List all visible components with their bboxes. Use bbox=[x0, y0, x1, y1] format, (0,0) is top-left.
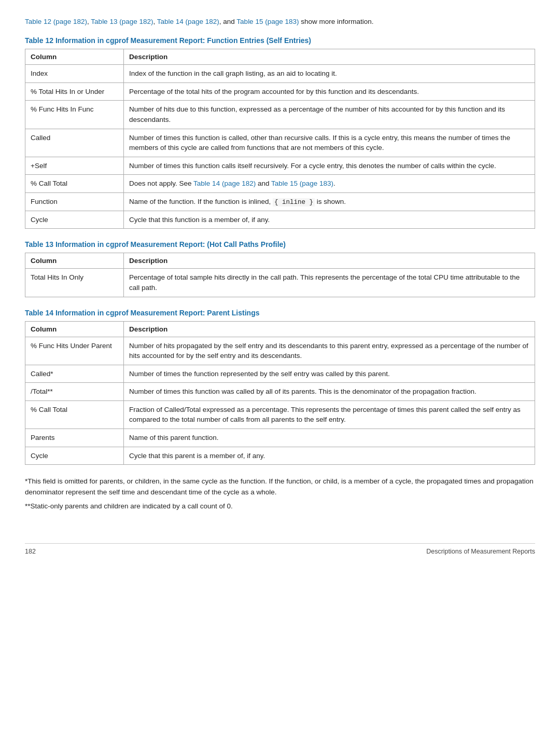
table14-row4-column: % Call Total bbox=[25, 400, 124, 429]
table12-row1-column: Index bbox=[25, 65, 124, 83]
table12-col-header-column: Column bbox=[25, 49, 124, 65]
table-row: % Func Hits In Func Number of hits due t… bbox=[25, 101, 535, 129]
table13-section: Table 13 Information in cgprof Measureme… bbox=[25, 240, 535, 297]
table14-row2-description: Number of times the function represented… bbox=[124, 365, 535, 383]
table14-row5-description: Name of this parent function. bbox=[124, 429, 535, 447]
table12-row3-column: % Func Hits In Func bbox=[25, 101, 124, 129]
table12-row6-column: % Call Total bbox=[25, 175, 124, 193]
table12-row3-description: Number of hits due to this function, exp… bbox=[124, 101, 535, 129]
footer-page-number: 182 bbox=[25, 548, 36, 555]
table12-row4-column: Called bbox=[25, 129, 124, 157]
table14-row1-description: Number of hits propagated by the self en… bbox=[124, 337, 535, 365]
footnote2: **Static-only parents and children are i… bbox=[25, 501, 535, 512]
table12-row4-description: Number of times this function is called,… bbox=[124, 129, 535, 157]
table12-row8-description: Cycle that this function is a member of,… bbox=[124, 211, 535, 229]
table14-row1-column: % Func Hits Under Parent bbox=[25, 337, 124, 365]
table-row: % Total Hits In or Under Percentage of t… bbox=[25, 82, 535, 101]
inline-code: { inline } bbox=[273, 198, 315, 206]
link-table13[interactable]: Table 13 (page 182) bbox=[91, 18, 153, 25]
table-row: Cycle Cycle that this parent is a member… bbox=[25, 447, 535, 465]
table12-row5-description: Number of times this function calls itse… bbox=[124, 157, 535, 175]
table-row: Index Index of the function in the call … bbox=[25, 65, 535, 83]
table12-row7-column: Function bbox=[25, 192, 124, 211]
table14-section: Table 14 Information in cgprof Measureme… bbox=[25, 309, 535, 465]
footnote1: *This field is omitted for parents, or c… bbox=[25, 476, 535, 498]
link-table14[interactable]: Table 14 (page 182) bbox=[157, 18, 219, 25]
link-table15[interactable]: Table 15 (page 183) bbox=[236, 18, 299, 25]
link-table15-inline[interactable]: Table 15 (page 183) bbox=[271, 179, 333, 187]
table12-row2-description: Percentage of the total hits of the prog… bbox=[124, 82, 535, 101]
table-row: +Self Number of times this function call… bbox=[25, 157, 535, 175]
table13-row1-description: Percentage of total sample hits directly… bbox=[124, 269, 535, 297]
table14-row6-column: Cycle bbox=[25, 447, 124, 465]
table-row: % Func Hits Under Parent Number of hits … bbox=[25, 337, 535, 365]
table14-row5-column: Parents bbox=[25, 429, 124, 447]
table13-title: Table 13 Information in cgprof Measureme… bbox=[25, 240, 535, 248]
table13-col-header-description: Description bbox=[124, 253, 535, 269]
table12-row1-description: Index of the function in the call graph … bbox=[124, 65, 535, 83]
table-row: Called* Number of times the function rep… bbox=[25, 365, 535, 383]
table13-col-header-column: Column bbox=[25, 253, 124, 269]
table12-title: Table 12 Information in cgprof Measureme… bbox=[25, 36, 535, 45]
table-row: % Call Total Does not apply. See Table 1… bbox=[25, 175, 535, 193]
table12-col-header-description: Description bbox=[124, 49, 535, 65]
footnotes-section: *This field is omitted for parents, or c… bbox=[25, 476, 535, 512]
table12-row8-column: Cycle bbox=[25, 211, 124, 229]
table14-row3-description: Number of times this function was called… bbox=[124, 383, 535, 401]
table13-row1-column: Total Hits In Only bbox=[25, 269, 124, 297]
table12-row2-column: % Total Hits In or Under bbox=[25, 82, 124, 101]
table-row: /Total** Number of times this function w… bbox=[25, 383, 535, 401]
intro-paragraph: Table 12 (page 182), Table 13 (page 182)… bbox=[25, 17, 535, 27]
table-row: Cycle Cycle that this function is a memb… bbox=[25, 211, 535, 229]
table14-col-header-description: Description bbox=[124, 321, 535, 337]
table14-row4-description: Fraction of Called/Total expressed as a … bbox=[124, 400, 535, 429]
table12-section: Table 12 Information in cgprof Measureme… bbox=[25, 36, 535, 229]
table14-title: Table 14 Information in cgprof Measureme… bbox=[25, 309, 535, 317]
link-table12[interactable]: Table 12 (page 182) bbox=[25, 18, 87, 25]
table-row: Parents Name of this parent function. bbox=[25, 429, 535, 447]
table14: Column Description % Func Hits Under Par… bbox=[25, 321, 535, 465]
table-row: Total Hits In Only Percentage of total s… bbox=[25, 269, 535, 297]
table-row: Called Number of times this function is … bbox=[25, 129, 535, 157]
table12-row6-description: Does not apply. See Table 14 (page 182) … bbox=[124, 175, 535, 193]
table14-row6-description: Cycle that this parent is a member of, i… bbox=[124, 447, 535, 465]
table13: Column Description Total Hits In Only Pe… bbox=[25, 253, 535, 297]
table-row: Function Name of the function. If the fu… bbox=[25, 192, 535, 211]
table14-row3-column: /Total** bbox=[25, 383, 124, 401]
link-table14-inline[interactable]: Table 14 (page 182) bbox=[193, 179, 256, 187]
table12-row5-column: +Self bbox=[25, 157, 124, 175]
table14-row2-column: Called* bbox=[25, 365, 124, 383]
table12-row7-description: Name of the function. If the function is… bbox=[124, 192, 535, 211]
table-row: % Call Total Fraction of Called/Total ex… bbox=[25, 400, 535, 429]
table14-col-header-column: Column bbox=[25, 321, 124, 337]
footer-section-label: Descriptions of Measurement Reports bbox=[426, 548, 535, 555]
footer-bar: 182 Descriptions of Measurement Reports bbox=[25, 543, 535, 555]
table12: Column Description Index Index of the fu… bbox=[25, 49, 535, 229]
